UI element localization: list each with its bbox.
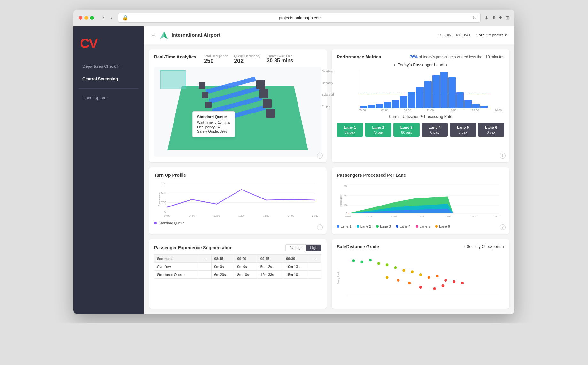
prev-chart-btn[interactable]: ‹: [394, 62, 395, 67]
bar-10: [440, 72, 448, 108]
performance-metrics-card: Performance Metrics 76% of today's passe…: [332, 49, 509, 162]
lane6-legend: Lane 6: [435, 224, 450, 228]
svg-point-52: [461, 282, 464, 284]
sidebar-item-departures[interactable]: Departures Check In: [79, 61, 139, 72]
reload-icon[interactable]: ↻: [472, 15, 476, 21]
plus-icon[interactable]: +: [499, 15, 502, 21]
svg-text:750: 750: [161, 182, 166, 185]
close-btn[interactable]: [79, 16, 82, 20]
svg-point-46: [411, 270, 414, 273]
sidebar-item-data-explorer[interactable]: Data Explorer: [79, 92, 139, 104]
lane-pax-1: 82 pax: [339, 130, 361, 134]
perf-info-btn[interactable]: i: [500, 153, 506, 159]
svg-point-58: [408, 282, 411, 284]
passenger-load-chart: Overflow Capacity Balanced Empty: [339, 70, 502, 112]
passenger-experience-card: Passenger Experience Segmentation Averag…: [149, 239, 327, 309]
chart-nav-label: Today's Passenger Load: [398, 62, 443, 67]
bar-2: [376, 104, 383, 108]
table-row: Overflow 0m 0s 0m 0s 5m 12s 10m 13s: [154, 263, 321, 271]
real-time-analytics-card: Real-Time Analytics Total Occupancy 250 …: [149, 49, 327, 162]
next-checkpoint-btn[interactable]: ›: [503, 244, 504, 249]
wait-time-stat: Current Wait Time 30-35 mins: [267, 54, 293, 65]
lane-name-4: Lane 4: [423, 125, 446, 130]
bar-chart-bars: [359, 70, 489, 108]
perf-stat: 76% of today's passengers waited less th…: [410, 55, 504, 59]
svg-point-57: [397, 279, 400, 282]
browser-window: ‹ › 🔒 projects.animaapp.com ↻ ⬇ ⬆ + ⊞ CV…: [74, 10, 514, 314]
svg-marker-29: [348, 213, 453, 213]
scatter-svg: Safety Grade: [337, 252, 504, 303]
svg-point-40: [360, 261, 363, 264]
structured-t4: 15m 10s: [283, 271, 309, 279]
address-bar[interactable]: 🔒 projects.animaapp.com ↻: [118, 13, 481, 23]
lane-cell-1: Lane 182 pax: [337, 123, 363, 137]
prev-time-btn[interactable]: ←: [199, 255, 212, 263]
lane4-legend: Lane 4: [396, 224, 411, 228]
time-col-0845: 08:45: [212, 255, 235, 263]
turnup-info-btn[interactable]: i: [317, 224, 323, 230]
sidebar-item-central[interactable]: Central Screening: [79, 73, 139, 84]
safe-header: SafeDistance Grade ‹ Security Checkpoint…: [337, 244, 504, 249]
lane-name-5: Lane 5: [452, 125, 474, 130]
turnup-title: Turn Up Profile: [154, 173, 321, 178]
bar-4: [392, 100, 399, 108]
bar-0: [360, 106, 368, 108]
standard-queue-legend-item: Standard Queue: [154, 221, 185, 225]
svg-point-48: [428, 276, 430, 279]
high-btn[interactable]: High: [306, 245, 321, 251]
queue-tooltip: Standard Queue Wait Time: 5-10 mins Occu…: [192, 111, 235, 137]
svg-text:16:00: 16:00: [263, 214, 269, 217]
window-controls: [79, 16, 94, 20]
svg-text:00:00: 00:00: [164, 214, 170, 217]
forward-button[interactable]: ›: [108, 14, 114, 21]
x-axis-labels: 00:00 04:00 08:00 12:00 16:00 22:00 24:0…: [359, 109, 502, 112]
pes-title: Passenger Experience Segmentation: [154, 245, 233, 250]
svg-text:20:00: 20:00: [472, 215, 477, 218]
analytics-title: Real-Time Analytics: [154, 54, 196, 59]
datetime-display: 15 July 2020 9:41: [438, 33, 471, 37]
menu-icon[interactable]: ≡: [151, 32, 155, 38]
tabs-icon[interactable]: ⊞: [505, 15, 509, 21]
next-time-btn[interactable]: →: [309, 255, 321, 263]
next-chart-btn[interactable]: ›: [446, 62, 447, 67]
app-container: CV Departures Check In Central Screening…: [74, 26, 514, 314]
3d-visualization: Standard Queue Wait Time: 5-10 mins Occu…: [154, 67, 321, 157]
svg-point-50: [444, 279, 447, 282]
queue-occupancy-stat: Queue Occupancy 202: [234, 54, 260, 65]
prev-checkpoint-btn[interactable]: ‹: [463, 244, 465, 249]
share-icon[interactable]: ⬆: [492, 15, 496, 21]
ppl-info-btn[interactable]: i: [500, 224, 506, 230]
analytics-info-btn[interactable]: i: [317, 153, 323, 159]
topbar: ≡ International Airport 15 July 2020 9:4…: [144, 26, 514, 44]
analytics-stats: Total Occupancy 250 Queue Occupancy 202 …: [204, 54, 293, 65]
lane-name-3: Lane 3: [395, 125, 418, 130]
bar-3: [384, 102, 391, 108]
svg-point-51: [453, 280, 455, 283]
analytics-header: Real-Time Analytics Total Occupancy 250 …: [154, 54, 321, 65]
user-menu[interactable]: Sara Stephens ▾: [476, 33, 507, 37]
bar-12: [456, 92, 464, 108]
svg-point-43: [386, 263, 389, 266]
bar-7: [416, 87, 423, 108]
chevron-down-icon: ▾: [505, 33, 507, 37]
area-chart: 300 200 100 0: [339, 180, 502, 222]
bar-6: [408, 92, 415, 108]
lane-name-2: Lane 2: [367, 125, 389, 130]
svg-point-49: [436, 275, 439, 277]
back-button[interactable]: ‹: [100, 14, 106, 21]
lane-pax-6: 0 pax: [480, 130, 502, 134]
svg-point-47: [419, 273, 422, 276]
safe-nav: ‹ Security Checkpoint ›: [463, 244, 504, 249]
pes-header: Passenger Experience Segmentation Averag…: [154, 244, 321, 251]
segment-col-header: Segment: [154, 255, 199, 263]
app-logo: CV: [74, 33, 144, 61]
download-icon[interactable]: ⬇: [484, 15, 489, 21]
nav-placeholder: [199, 263, 212, 271]
lane3-legend: Lane 3: [376, 224, 391, 228]
maximize-btn[interactable]: [90, 16, 94, 20]
browser-toolbar: ‹ › 🔒 projects.animaapp.com ↻ ⬇ ⬆ + ⊞: [74, 10, 514, 26]
nav-placeholder4: [309, 271, 321, 279]
minimize-btn[interactable]: [84, 16, 88, 20]
svg-text:0: 0: [346, 212, 347, 214]
average-btn[interactable]: Average: [286, 245, 306, 251]
